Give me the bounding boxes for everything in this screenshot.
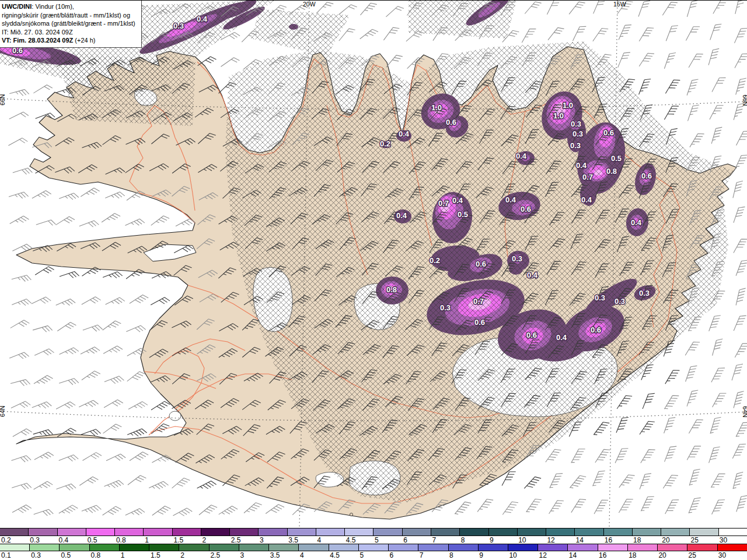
sleet-scale-cell xyxy=(230,528,259,536)
scale-tick-label: 0.5 xyxy=(61,551,71,559)
sleet-scale-cell xyxy=(173,528,201,536)
rain-scale-cell xyxy=(359,544,389,551)
sleet-scale-cell xyxy=(546,528,575,536)
scale-tick-label: 4 xyxy=(317,536,322,544)
precip-value-label: 0.8 xyxy=(606,167,617,176)
legend-line-3: slydda/snjókoma (grátt/bleikt/grænt - mm… xyxy=(2,19,138,28)
rain-scale-cell xyxy=(418,544,448,551)
scale-tick-label: 3.5 xyxy=(270,551,280,559)
scale-tick-label: 16 xyxy=(605,536,612,544)
legend-line-2: rigning/skúrir (grænt/blátt/rautt - mm/1… xyxy=(2,11,138,20)
precip-value-label: 0.6 xyxy=(591,326,601,334)
scale-tick-label: 18 xyxy=(633,536,641,544)
precip-value-label: 0.4 xyxy=(516,152,527,160)
parallel-label: 64N xyxy=(742,406,747,417)
rain-scale-cell xyxy=(120,544,149,551)
precip-value-label: 0.3 xyxy=(615,297,625,306)
precip-value-label: 0.6 xyxy=(603,128,614,137)
vestmannaeyjar-island xyxy=(350,513,353,516)
scale-tick-label: 30 xyxy=(718,551,726,559)
rain-scale-cell xyxy=(598,544,628,551)
precip-value-label: 0.8 xyxy=(386,285,397,294)
meridian-label: 20W xyxy=(303,1,316,8)
rain-scale-cell xyxy=(718,544,747,551)
precip-value-label: 0.5 xyxy=(611,154,622,163)
precip-value-label: 0.4 xyxy=(576,161,587,170)
sleet-scale-cell xyxy=(58,528,86,536)
sleet-scale-cell xyxy=(489,528,518,536)
precip-value-label: 0.4 xyxy=(527,271,538,279)
scale-tick-label: 14 xyxy=(569,551,577,559)
scale-tick-label: 8 xyxy=(461,536,465,544)
sleet-snow-colorbar xyxy=(0,528,747,536)
scale-tick-label: 3.5 xyxy=(288,536,298,544)
sleet-scale-cell xyxy=(604,528,633,536)
scale-tick-label: 6 xyxy=(390,551,394,559)
scale-tick-label: 0.8 xyxy=(91,551,101,559)
parallel-label: 66N xyxy=(0,94,6,105)
precip-value-label: 0.2 xyxy=(380,139,390,148)
scale-tick-label: 4.5 xyxy=(330,551,340,559)
rain-scale-cell xyxy=(30,544,60,551)
precip-value-label: 1.0 xyxy=(563,101,573,110)
parallel-label: 66N xyxy=(742,94,747,106)
scale-tick-label: 0.5 xyxy=(88,536,97,544)
map-canvas: 0.60.30.41.01.00.30.30.30.60.50.40.80.70… xyxy=(0,1,747,528)
precip-value-label: 0.6 xyxy=(446,118,456,127)
rain-scale-cell xyxy=(568,544,598,551)
precip-value-label: 0.3 xyxy=(573,130,583,138)
thingvallavatn-lake xyxy=(169,411,181,421)
rain-scale-cell xyxy=(508,544,538,551)
scale-tick-label: 0.3 xyxy=(30,536,40,544)
scale-tick-label: 9 xyxy=(490,536,494,544)
scale-tick-label: 12 xyxy=(547,536,554,544)
sleet-scale-cell xyxy=(288,528,316,536)
rain-scale-cell xyxy=(179,544,209,551)
rain-scale-cell xyxy=(60,544,89,551)
legend-title-box: UWC/DINI: Vindur (10m), rigning/skúrir (… xyxy=(0,1,142,48)
sleet-scale-cell xyxy=(86,528,115,536)
scale-tick-label: 0.1 xyxy=(1,551,11,559)
parallel-label: 64N xyxy=(0,405,6,416)
sleet-scale-cell xyxy=(575,528,603,536)
rain-colorbar-labels: 0.10.30.50.811.522.533.544.5567891012141… xyxy=(0,551,747,559)
precip-value-label: 0.3 xyxy=(512,254,522,263)
precip-value-label: 0.6 xyxy=(521,205,531,214)
scale-tick-label: 2.5 xyxy=(210,551,220,559)
scale-tick-label: 18 xyxy=(629,551,636,559)
rain-scale-cell xyxy=(269,544,299,551)
scale-tick-label: 3 xyxy=(240,551,245,559)
precip-value-label: 0.4 xyxy=(581,195,592,204)
precip-value-label: 0.6 xyxy=(476,260,486,268)
weather-forecast-map: 0.60.30.41.01.00.30.30.30.60.50.40.80.70… xyxy=(0,0,747,560)
legend-line-4: IT: Mið. 27. 03. 2024 09Z xyxy=(2,28,138,37)
sleet-scale-cell xyxy=(201,528,230,536)
precip-value-label: 0.2 xyxy=(430,256,440,265)
rain-scale-cell xyxy=(299,544,329,551)
precip-value-label: 0.3 xyxy=(570,141,581,150)
scale-tick-label: 1 xyxy=(145,536,149,544)
precip-value-label: 0.4 xyxy=(396,211,407,220)
scale-tick-label: 0.4 xyxy=(58,536,68,544)
scale-tick-label: 7 xyxy=(420,551,424,559)
scale-tick-label: 9 xyxy=(479,551,483,559)
precip-value-label: 0.6 xyxy=(641,172,652,180)
precip-value-label: 0.7 xyxy=(473,297,484,306)
scale-tick-label: 0.8 xyxy=(116,536,126,544)
sleet-scale-cell xyxy=(144,528,172,536)
scale-tick-label: 4.5 xyxy=(346,536,356,544)
colorbar-panel: 0.20.30.40.50.811.522.533.544.5567891012… xyxy=(0,528,747,560)
sleet-scale-cell xyxy=(316,528,345,536)
sleet-scale-cell xyxy=(719,528,747,536)
scale-tick-label: 25 xyxy=(691,536,699,544)
scale-tick-label: 20 xyxy=(662,536,669,544)
scale-tick-label: 0.2 xyxy=(1,536,11,544)
precip-value-label: 0.3 xyxy=(571,120,581,128)
rain-scale-cell xyxy=(329,544,359,551)
scale-tick-label: 20 xyxy=(658,551,666,559)
sleet-scale-cell xyxy=(633,528,661,536)
sleet-scale-cell xyxy=(431,528,460,536)
meridian-label: 15W xyxy=(613,1,626,8)
rain-scale-cell xyxy=(479,544,508,551)
scale-tick-label: 2 xyxy=(203,536,207,544)
